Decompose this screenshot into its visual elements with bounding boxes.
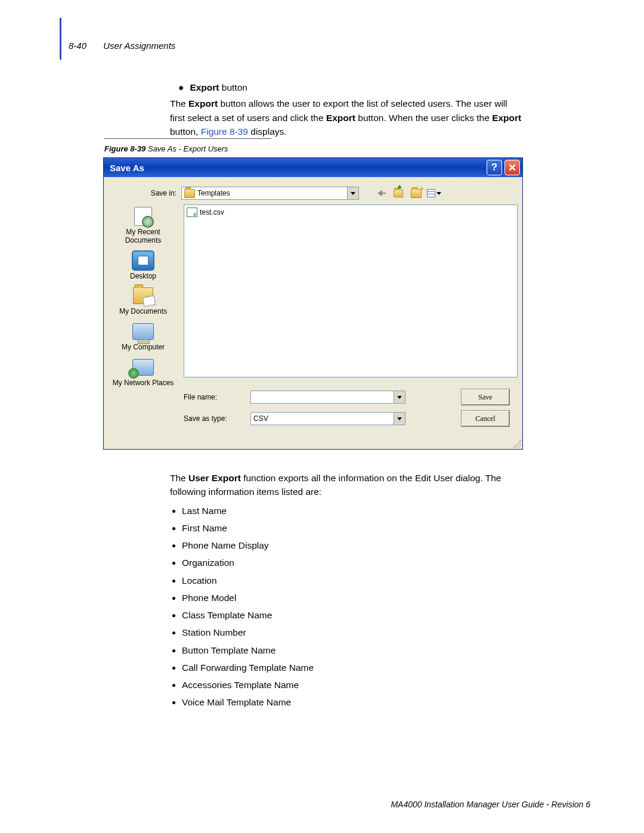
my-documents-icon (133, 287, 153, 304)
place-label: My Documents (119, 308, 167, 316)
desktop-icon (132, 250, 154, 271)
after-paragraph: The User Export function exports all the… (170, 471, 522, 499)
figure-reference-link[interactable]: Figure 8-39 (201, 126, 248, 137)
dropdown-icon[interactable] (347, 187, 358, 199)
save-as-type-value: CSV (253, 414, 394, 423)
close-button[interactable]: ✕ (504, 160, 520, 175)
list-item: Call Forwarding Template Name (182, 661, 522, 674)
dialog-body: Save in: Templates test.csv My Re (104, 177, 522, 449)
page-number: 8-40 (69, 41, 86, 51)
dropdown-icon[interactable] (394, 413, 405, 425)
file-list[interactable]: test.csv (184, 205, 518, 377)
after-figure-block: The User Export function exports all the… (170, 471, 522, 713)
list-item: Class Template Name (182, 608, 522, 622)
cancel-button[interactable]: Cancel (462, 411, 509, 426)
bullet-dot-icon: ● (178, 80, 184, 94)
file-entry-name: test.csv (200, 208, 224, 216)
recent-documents-icon (134, 207, 152, 226)
arrow-left-icon (377, 190, 382, 196)
figure-caption-prefix: Figure 8-39 (104, 144, 145, 153)
view-menu-button[interactable] (427, 187, 441, 200)
save-in-label: Save in: (142, 189, 177, 197)
section-title: User Assignments (103, 41, 175, 51)
list-item: Location (182, 574, 522, 587)
place-my-computer[interactable]: My Computer (110, 320, 176, 352)
network-places-icon (132, 359, 154, 376)
save-in-combo[interactable]: Templates (181, 187, 359, 200)
csv-file-icon (187, 208, 197, 217)
page-margin-rule (60, 18, 61, 60)
folder-new-icon (411, 189, 422, 198)
list-item: First Name (182, 521, 522, 535)
file-name-row: File name: (184, 391, 405, 404)
export-fields-list: Last Name First Name Phone Name Display … (170, 504, 522, 710)
place-my-documents[interactable]: My Documents (110, 284, 176, 316)
save-in-value: Templates (197, 189, 345, 197)
chevron-down-icon (436, 192, 441, 195)
figure-caption-title: Save As - Export Users (145, 144, 228, 153)
figure-caption: Figure 8-39 Save As - Export Users (104, 144, 228, 153)
save-button[interactable]: Save (462, 389, 509, 405)
view-grid-icon (427, 189, 435, 197)
file-name-label: File name: (184, 393, 243, 401)
place-label: My Network Places (113, 379, 174, 388)
dropdown-icon[interactable] (394, 391, 405, 403)
place-label: My Computer (122, 343, 165, 352)
list-item: Phone Name Display (182, 538, 522, 552)
running-header: 8-40 User Assignments (69, 41, 175, 51)
my-computer-icon (132, 323, 154, 340)
list-item: Organization (182, 556, 522, 569)
resize-grip-icon[interactable] (513, 439, 521, 448)
place-label: My Recent Documents (110, 228, 176, 245)
places-bar: My Recent Documents Desktop My Documents… (107, 205, 179, 388)
titlebar-controls: ? ✕ (487, 160, 520, 175)
new-folder-button[interactable] (409, 187, 423, 200)
figure-rule (104, 138, 271, 139)
place-my-network-places[interactable]: My Network Places (110, 355, 176, 388)
bullet-text: Export button (190, 80, 247, 94)
folder-icon (184, 189, 195, 198)
dialog-button-column: Save Cancel (462, 389, 509, 426)
export-bullet: ● Export button (170, 80, 522, 94)
save-as-dialog: Save As ? ✕ Save in: Templates test. (103, 157, 523, 450)
intro-block: ● Export button The Export button allows… (170, 80, 522, 138)
save-as-type-combo[interactable]: CSV (250, 412, 405, 425)
file-entry[interactable]: test.csv (187, 208, 515, 217)
save-in-row: Save in: Templates (142, 187, 441, 200)
list-item: Last Name (182, 504, 522, 518)
dialog-titlebar[interactable]: Save As ? ✕ (104, 158, 522, 177)
place-recent-documents[interactable]: My Recent Documents (110, 205, 176, 245)
page-footer: MA4000 Installation Manager User Guide -… (391, 800, 590, 809)
list-item: Accessories Template Name (182, 678, 522, 692)
intro-paragraph: The Export button allows the user to exp… (170, 97, 522, 138)
file-name-input[interactable] (250, 391, 405, 404)
back-button[interactable] (373, 187, 388, 200)
help-button[interactable]: ? (487, 160, 502, 175)
list-item: Phone Model (182, 591, 522, 605)
place-label: Desktop (130, 272, 156, 281)
list-item: Button Template Name (182, 643, 522, 657)
place-desktop[interactable]: Desktop (110, 249, 176, 281)
list-item: Station Number (182, 625, 522, 639)
list-item: Voice Mail Template Name (182, 695, 522, 709)
bullet-bold: Export (190, 82, 219, 92)
nav-toolbar (373, 187, 441, 200)
folder-up-icon (394, 189, 403, 197)
up-folder-button[interactable] (391, 187, 405, 200)
save-as-type-label: Save as type: (184, 414, 243, 423)
save-as-type-row: Save as type: CSV (184, 412, 405, 425)
dialog-title: Save As (110, 163, 144, 173)
